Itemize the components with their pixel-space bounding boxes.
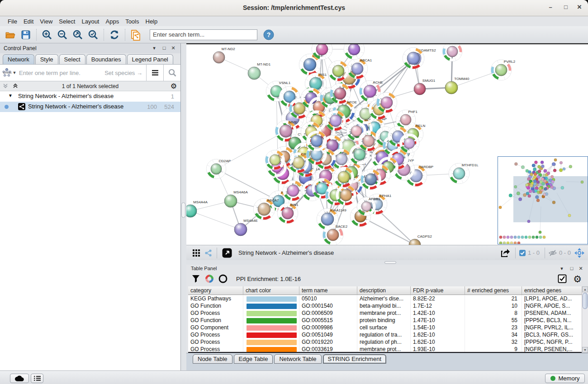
panel-close-icon[interactable]: ✕ xyxy=(170,45,177,51)
network-node-bin1[interactable]: BIN1 xyxy=(277,203,299,224)
string-logo-dropdown[interactable]: STRING ▼ xyxy=(0,65,18,81)
string-query-input[interactable] xyxy=(18,66,104,80)
export-network-button[interactable] xyxy=(498,246,512,260)
share-view-button[interactable] xyxy=(203,246,213,260)
menu-item-edit[interactable]: Edit xyxy=(20,17,37,26)
horizontal-splitter[interactable] xyxy=(186,260,588,265)
import-network-button[interactable] xyxy=(128,28,143,42)
panel-float-icon[interactable]: ▾ xyxy=(558,266,565,272)
network-node-mt-nd1[interactable]: MT-ND1 xyxy=(248,62,271,80)
column-header-chart-color[interactable]: chart color xyxy=(243,286,299,295)
column-header-term-name[interactable]: term name xyxy=(299,286,357,295)
search-icon xyxy=(168,69,176,77)
menu-item-file[interactable]: File xyxy=(5,17,20,26)
tab-select[interactable]: Select xyxy=(59,54,85,64)
grid-view-button[interactable] xyxy=(190,246,203,260)
navigator-button[interactable] xyxy=(573,246,586,260)
panel-float-icon[interactable]: ▾ xyxy=(151,45,158,51)
network-node-cd2ap[interactable]: CD2AP xyxy=(206,159,231,179)
network-node-pvrl2[interactable]: PVRL2 xyxy=(491,60,515,80)
table-row[interactable]: GO ComponentGO:0009986cell surface1.54E-… xyxy=(188,324,586,331)
selected-checkbox-icon[interactable] xyxy=(519,249,526,257)
set-species-label[interactable]: Set species → xyxy=(104,70,142,76)
tab-edge-table[interactable]: Edge Table xyxy=(234,354,273,364)
network-node-tomm40[interactable]: TOMM40 xyxy=(445,77,469,94)
table-row[interactable]: GO ProcessGO:0019220regulation of ph...1… xyxy=(188,338,586,346)
network-node-bace2[interactable]: BACE2 xyxy=(322,225,347,245)
close-button[interactable]: ✕ xyxy=(574,4,584,13)
menu-item-tools[interactable]: Tools xyxy=(122,17,142,26)
menu-item-layout[interactable]: Layout xyxy=(78,17,102,26)
vertical-splitter[interactable] xyxy=(181,43,186,370)
table-row[interactable]: GO ProcessGO:0006509membrane prot...1.42… xyxy=(188,309,586,317)
cell: 32 xyxy=(465,338,522,346)
network-node[interactable] xyxy=(442,44,462,61)
string-options-button[interactable] xyxy=(146,65,163,81)
select-all-checkbox-icon[interactable] xyxy=(558,274,567,283)
network-node-cadps2[interactable]: CADPS2 xyxy=(409,234,432,245)
scroll-down-arrow[interactable]: ▼ xyxy=(582,347,588,353)
network-node-mt-nd2[interactable]: MT-ND2 xyxy=(213,47,235,63)
network-node[interactable] xyxy=(344,44,364,60)
zoom-out-button[interactable] xyxy=(55,28,70,42)
tab-boundaries[interactable]: Boundaries xyxy=(86,54,126,64)
scroll-up-arrow[interactable]: ▲ xyxy=(582,286,588,292)
table-row[interactable]: GO FunctionGO:0005515protein binding1.47… xyxy=(188,317,586,324)
search-input[interactable] xyxy=(150,29,257,40)
menu-item-select[interactable]: Select xyxy=(56,17,78,26)
memory-button[interactable]: Memory xyxy=(545,374,585,383)
column-header-FDR-p-value[interactable]: FDR p-value xyxy=(411,286,465,295)
panel-close-icon[interactable]: ✕ xyxy=(577,266,584,272)
network-node-ms4a4a[interactable]: MS4A4A xyxy=(186,200,208,217)
column-header--enriched-genes[interactable]: # enriched genes xyxy=(465,286,522,295)
save-session-button[interactable] xyxy=(18,28,33,42)
birds-eye-view[interactable] xyxy=(498,156,588,244)
table-row[interactable]: GO FunctionGO:0001540beta-amyloid bi...1… xyxy=(188,302,586,309)
menu-item-help[interactable]: Help xyxy=(142,17,161,26)
cloud-button[interactable] xyxy=(10,374,29,383)
scroll-thumb[interactable] xyxy=(583,293,588,309)
maximize-button[interactable]: □ xyxy=(561,4,571,13)
column-header-description[interactable]: description xyxy=(357,286,411,295)
tab-style[interactable]: Style xyxy=(35,54,58,64)
minimize-button[interactable]: – xyxy=(545,4,555,13)
tree-expand-icon[interactable]: ▼ xyxy=(8,93,13,98)
column-header-category[interactable]: category xyxy=(188,286,243,295)
help-button[interactable]: ? xyxy=(261,28,276,42)
zoom-selected-button[interactable] xyxy=(85,28,101,42)
network-node-ms4a6a[interactable]: MS4A6A xyxy=(224,190,248,207)
table-row[interactable]: GO ProcessGO:0033619membrane prot...1.93… xyxy=(188,346,586,353)
splitter-handle[interactable] xyxy=(384,261,396,264)
string-search-button[interactable] xyxy=(163,65,180,81)
task-list-button[interactable] xyxy=(31,374,43,383)
menu-item-view[interactable]: View xyxy=(37,17,56,26)
network-tree-row[interactable]: String Network - Alzheimer's disease1005… xyxy=(0,102,180,112)
splitter-handle[interactable] xyxy=(181,202,185,218)
table-scrollbar[interactable]: ▲ ▼ xyxy=(582,286,588,353)
open-session-button[interactable] xyxy=(3,28,18,42)
panel-undock-icon[interactable]: □ xyxy=(568,266,575,271)
column-header-enriched-genes[interactable]: enriched genes xyxy=(522,286,583,295)
network-node-mthfd1l[interactable]: MTHFD1L xyxy=(449,163,479,184)
filter-button[interactable] xyxy=(189,272,203,286)
panel-undock-icon[interactable]: □ xyxy=(161,45,168,51)
gear-icon[interactable]: ⚙ xyxy=(573,274,582,284)
network-node-smug1[interactable]: SMUG1 xyxy=(414,79,436,95)
hidden-eye-icon[interactable] xyxy=(548,249,557,257)
tab-node-table[interactable]: Node Table xyxy=(193,354,232,364)
network-tree-row[interactable]: ▼String Network - Alzheimer's disease1 xyxy=(0,91,180,102)
tab-network[interactable]: Network xyxy=(3,54,34,64)
tab-legend-panel[interactable]: Legend Panel xyxy=(127,54,173,64)
table-row[interactable]: KEGG Pathways05010Alzheimer's dise...8.8… xyxy=(188,295,586,302)
ring-chart-button[interactable] xyxy=(216,272,230,286)
tab-network-table[interactable]: Network Table xyxy=(274,354,321,364)
table-row[interactable]: GO ProcessGO:0051049regulation of tra...… xyxy=(188,331,586,338)
zoom-fit-button[interactable] xyxy=(70,28,85,42)
refresh-button[interactable] xyxy=(107,28,122,42)
tab-string-enrichment[interactable]: STRING Enrichment xyxy=(323,354,386,364)
chart-button[interactable] xyxy=(203,272,216,286)
zoom-in-button[interactable] xyxy=(39,28,55,42)
annotation-mode-button[interactable] xyxy=(220,246,234,260)
menu-item-apps[interactable]: Apps xyxy=(103,17,123,26)
gear-icon[interactable]: ⚙ xyxy=(171,83,177,90)
